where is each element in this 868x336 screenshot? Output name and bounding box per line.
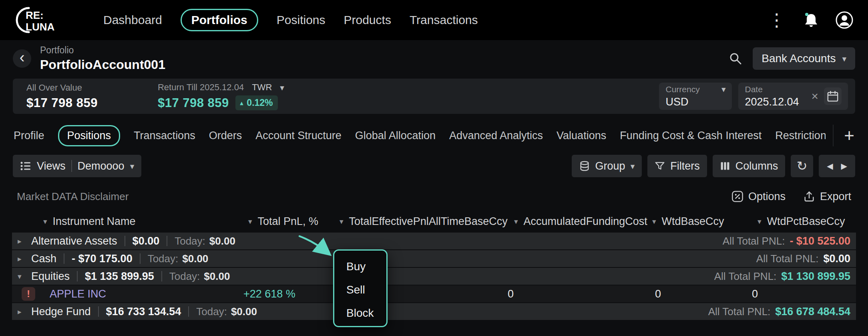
column-menu-icon[interactable]: ▾ [43,218,47,225]
tab-profile[interactable]: Profile [14,130,44,142]
tab-funding-cost-cash-interest[interactable]: Funding Cost & Cash Interest [620,130,762,142]
reluna-logo[interactable]: RE: LUNA [14,6,56,34]
menu-item-buy[interactable]: Buy [346,261,386,272]
collapse-caret-icon[interactable]: ▾ [18,273,30,280]
currency-value: USD [665,96,725,108]
chevron-down-icon: ▾ [130,162,135,170]
nav-item-dashboard[interactable]: Dashboard [103,13,162,27]
expand-caret-icon[interactable]: ▸ [18,308,30,316]
table-row-hedge-fund[interactable]: ▸ Hedge Fund $16 733 134.54 Today: $0.00… [12,303,856,320]
wtd-base-ccy-cell: 0 [752,288,758,300]
tab-orders[interactable]: Orders [209,130,242,142]
page-next-icon[interactable]: ▶ [841,161,847,171]
tab-transactions[interactable]: Transactions [134,130,195,142]
all-over-value-block: All Over Value $17 798 859 [26,83,98,110]
top-nav: RE: LUNA Dashboard Portfolios Positions … [0,0,868,40]
columns-icon [720,161,730,171]
today-value: $0.00 [204,270,230,283]
column-menu-icon[interactable]: ▾ [340,218,344,225]
avatar-icon [835,11,854,29]
divider [125,236,125,246]
tab-global-allocation[interactable]: Global Allocation [355,130,436,142]
nav-item-positions[interactable]: Positions [277,13,326,27]
chevron-down-icon[interactable]: ▾ [280,83,284,92]
expand-caret-icon[interactable]: ▸ [18,237,30,245]
tab-restriction-alerts[interactable]: Restriction Alerts [775,130,826,142]
views-dropdown[interactable]: Views Demoooo ▾ [13,155,141,177]
column-header-wtd-base-ccy[interactable]: ▾ WtdBaseCcy [652,215,724,228]
pagination-control: ◀ ▶ [819,155,855,177]
group-dropdown[interactable]: Group ▾ [572,155,642,177]
expand-caret-icon[interactable]: ▸ [18,255,30,263]
tab-advanced-analytics[interactable]: Advanced Analytics [449,130,543,142]
summary-filters: Currency ▾ USD Date 2025.12.04 × [659,83,848,110]
options-button[interactable]: Options [731,190,786,203]
group-name: Alternative Assets [31,235,117,247]
warning-icon[interactable]: ! [22,287,35,301]
clear-date-icon[interactable]: × [811,90,818,102]
user-avatar-button[interactable] [835,11,854,29]
table-header: ▾ Instrument Name ▾ Total PnL, % ▾ Total… [12,210,856,233]
notifications-button[interactable] [803,11,819,29]
column-menu-icon[interactable]: ▾ [757,218,762,225]
tab-valuations[interactable]: Valuations [557,130,606,142]
currency-select[interactable]: Currency ▾ USD [659,83,732,110]
filters-button[interactable]: Filters [647,155,707,177]
table-row-apple-inc[interactable]: ! APPLE INC +22 618 % 0 0 0 [12,285,856,302]
column-header-total-effective-pnl[interactable]: ▾ TotalEffectivePnlAllTimeBaseCcy [340,215,508,228]
divider [167,236,167,246]
group-value: $16 733 134.54 [106,306,181,318]
search-button[interactable] [725,49,745,69]
toolbar-right: Group ▾ Filters Columns ↻ [572,155,855,177]
title-block: Portfolio PortfolioAccount001 [40,45,165,72]
kebab-menu-icon[interactable]: ⋮ [766,11,787,29]
today-label: Today: [148,253,179,265]
refresh-icon: ↻ [797,158,808,174]
column-menu-icon[interactable]: ▾ [514,218,518,225]
column-header-wtd-pct-base-ccy[interactable]: ▾ WtdPctBaseCcy [757,215,845,228]
all-over-value-label: All Over Value [26,83,98,93]
nav-item-products[interactable]: Products [344,13,391,27]
tab-account-structure[interactable]: Account Structure [255,130,342,142]
table-row-equities[interactable]: ▾ Equities $1 135 899.95 Today: $0.00 Al… [12,268,856,285]
positions-table: ▾ Instrument Name ▾ Total PnL, % ▾ Total… [12,210,856,320]
add-tab-button[interactable]: + [833,125,854,146]
page-prev-icon[interactable]: ◀ [827,161,833,171]
group-value: $1 135 899.95 [85,270,154,283]
column-label: WtdPctBaseCcy [767,215,845,228]
column-menu-icon[interactable]: ▾ [248,218,252,225]
nav-item-portfolios[interactable]: Portfolios [181,9,258,31]
date-picker[interactable]: Date 2025.12.04 × [738,83,848,110]
instrument-link[interactable]: APPLE INC [50,288,106,300]
all-total-pnl-value: $0.00 [823,253,850,265]
options-icon [731,190,743,202]
today-label: Today: [169,270,200,283]
menu-item-sell[interactable]: Sell [346,284,386,296]
column-menu-icon[interactable]: ▾ [652,218,656,225]
export-button[interactable]: Export [803,190,851,203]
group-value: $0.00 [133,235,160,247]
all-total-pnl-value: $1 130 899.95 [781,270,850,283]
portfolio-app: RE: LUNA Dashboard Portfolios Positions … [0,0,868,336]
tab-positions[interactable]: Positions [58,125,121,146]
bell-icon [803,11,819,29]
menu-item-block[interactable]: Block [346,308,386,319]
bank-accounts-dropdown[interactable]: Bank Accounts ▾ [753,47,855,70]
back-button[interactable]: ‹ [13,49,31,68]
calendar-icon [827,90,839,102]
export-label: Export [820,190,851,203]
column-header-accumulated-funding-cost[interactable]: ▾ AccumulatedFundingCost [514,215,647,228]
refresh-button[interactable]: ↻ [791,155,813,177]
table-row-alternative-assets[interactable]: ▸ Alternative Assets $0.00 Today: $0.00 … [12,233,856,249]
column-header-total-pnl-pct[interactable]: ▾ Total PnL, % [248,215,318,228]
columns-button[interactable]: Columns [713,155,786,177]
calendar-button[interactable] [824,87,842,105]
nav-item-transactions[interactable]: Transactions [410,13,478,27]
column-header-instrument-name[interactable]: ▾ Instrument Name [43,215,136,228]
date-value: 2025.12.04 [745,96,809,108]
context-menu: Buy Sell Block [333,249,388,327]
total-pnl-pct-cell: +22 618 % [243,288,295,300]
table-row-cash[interactable]: ▸ Cash - $70 175.00 Today: $0.00 All Tot… [12,250,856,267]
accumulated-funding-cost-cell: 0 [655,288,661,300]
views-value: Demoooo [78,160,125,172]
